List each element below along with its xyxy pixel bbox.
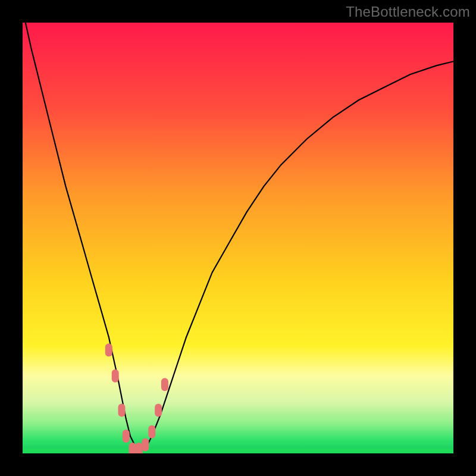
- marker-point: [129, 443, 136, 453]
- marker-point: [155, 404, 162, 417]
- marker-point: [142, 439, 149, 452]
- plot-svg: [23, 23, 453, 453]
- marker-point: [105, 343, 112, 356]
- chart-frame: TheBottleneck.com: [0, 0, 476, 476]
- plot-area: [23, 23, 453, 453]
- green-band: [23, 449, 453, 453]
- marker-point: [161, 378, 168, 391]
- watermark-text: TheBottleneck.com: [346, 4, 470, 20]
- marker-point: [112, 369, 119, 383]
- marker-point: [148, 425, 155, 439]
- marker-point: [123, 430, 130, 443]
- marker-point: [136, 443, 143, 453]
- marker-point: [118, 404, 126, 417]
- gradient-background: [23, 23, 453, 453]
